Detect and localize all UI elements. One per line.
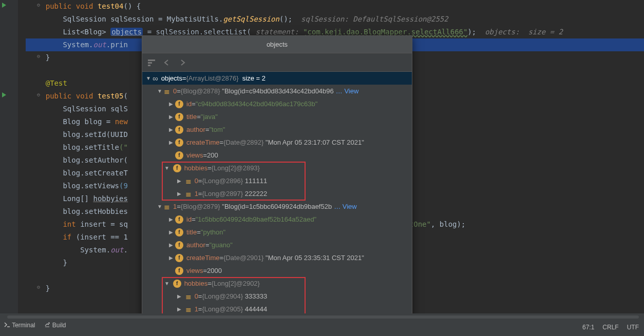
field-icon: f — [175, 254, 183, 262]
tree-row[interactable]: ▼ ≣ 0 = {Blog@2878} "Blog(id=c94bd0d83d4… — [142, 85, 412, 97]
back-icon[interactable] — [163, 58, 171, 67]
filter-icon[interactable] — [147, 58, 156, 67]
fold-column: ⊖ ⊖ ⊖ ⊖ — [18, 0, 26, 336]
element-icon: ≣ — [185, 305, 192, 313]
tree-row[interactable]: fviews = 200 — [142, 149, 412, 162]
popup-toolbar — [142, 53, 412, 72]
tree-row[interactable]: ▶ftitle = "python" — [142, 226, 412, 239]
tree-row[interactable]: ▼ fhobbies = {Long[2]@2902} — [142, 277, 412, 290]
expand-icon[interactable]: ▼ — [157, 88, 163, 94]
tree-root[interactable]: ▼ ∞ objects = {ArrayList@2876} size = 2 — [142, 72, 412, 85]
tree-row[interactable]: ▼ fhobbies = {Long[2]@2893} — [142, 162, 412, 174]
tree-row[interactable]: fviews = 2000 — [142, 264, 412, 277]
run-icon[interactable] — [2, 92, 6, 97]
tree-row[interactable]: ▶fauthor = "tom" — [142, 123, 412, 136]
expand-icon[interactable]: ▼ — [157, 204, 163, 209]
tree-row[interactable]: ▶fid = "c94bd0d83d434c42bd04b96ac179c63b… — [142, 97, 412, 110]
field-icon: f — [175, 215, 183, 224]
tree-row[interactable]: ▶ ≣0 = {Long@2896} 111111 — [142, 174, 412, 187]
tree-row[interactable]: ▼ ≣ 1 = {Blog@2879} "Blog(id=1c5bbc60499… — [142, 200, 412, 213]
field-icon: f — [175, 100, 183, 108]
terminal-tab[interactable]: Terminal — [4, 322, 35, 329]
element-icon: ≣ — [164, 87, 170, 95]
build-tab[interactable]: Build — [44, 322, 66, 329]
field-icon: f — [173, 280, 181, 288]
field-icon: f — [175, 241, 183, 249]
object-icon: ∞ — [153, 74, 158, 83]
field-icon: f — [175, 139, 183, 147]
status-bar: Terminal Build 67:1 CRLF UTF — [0, 313, 644, 336]
caret-position[interactable]: 67:1 — [582, 324, 594, 331]
field-icon: f — [175, 267, 183, 275]
variable-tree[interactable]: ▼ ∞ objects = {ArrayList@2876} size = 2 … — [142, 72, 412, 315]
run-icon[interactable] — [2, 3, 6, 8]
view-link[interactable]: … View — [336, 87, 359, 95]
tree-row[interactable]: ▶fauthor = "guano" — [142, 239, 412, 251]
svg-rect-2 — [148, 65, 150, 66]
field-icon: f — [173, 164, 181, 172]
tree-row[interactable]: ▶ftitle = "java" — [142, 110, 412, 123]
element-icon: ≣ — [185, 177, 192, 185]
forward-icon[interactable] — [178, 58, 186, 67]
field-icon: f — [175, 151, 183, 160]
element-icon: ≣ — [185, 190, 192, 198]
expand-icon[interactable]: ▼ — [145, 75, 151, 81]
element-icon: ≣ — [164, 203, 170, 211]
line-ending[interactable]: CRLF — [602, 324, 618, 331]
tree-row[interactable]: ▶fcreateTime = {Date@2901} "Mon Apr 05 2… — [142, 251, 412, 264]
tree-row[interactable]: ▶fid = "1c5bbc6049924db9baef52b164a52aed… — [142, 213, 412, 226]
tree-row[interactable]: ▶ ≣1 = {Long@2897} 222222 — [142, 187, 412, 200]
debug-inspector-popup[interactable]: objects ▼ ∞ objects = {ArrayList@2876} s… — [142, 35, 412, 320]
element-icon: ≣ — [185, 292, 192, 301]
field-icon: f — [175, 113, 183, 121]
field-icon: f — [175, 228, 183, 236]
tree-row[interactable]: ▶fcreateTime = {Date@2892} "Mon Apr 05 2… — [142, 136, 412, 149]
view-link[interactable]: … View — [334, 203, 357, 210]
file-encoding[interactable]: UTF — [627, 324, 639, 331]
svg-rect-1 — [148, 62, 152, 64]
field-icon: f — [175, 126, 183, 134]
horizontal-scrollbar[interactable] — [7, 315, 639, 319]
svg-rect-0 — [148, 60, 155, 61]
tree-row[interactable]: ▶ ≣0 = {Long@2904} 333333 — [142, 290, 412, 303]
editor-gutter — [0, 0, 18, 336]
